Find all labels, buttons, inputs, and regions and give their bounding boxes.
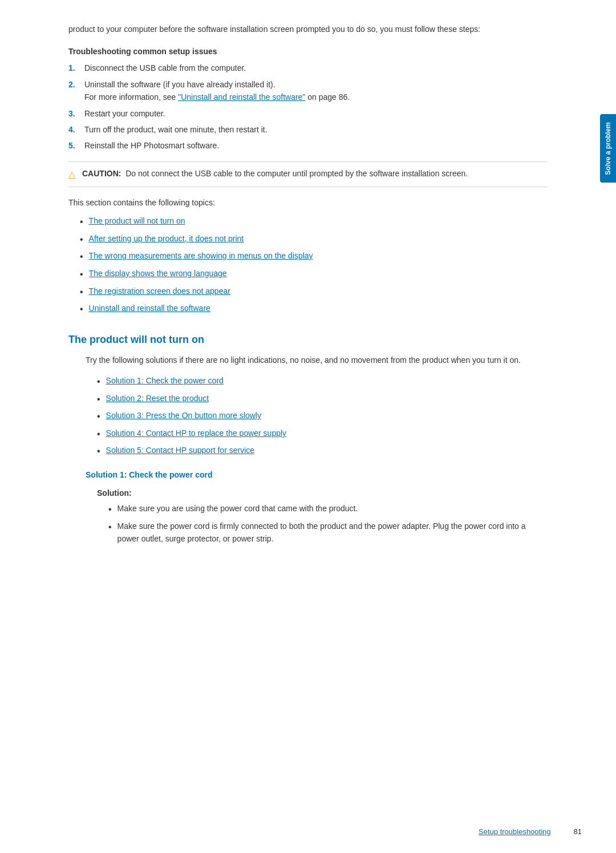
solution-item-5: Solution 5: Contact HP support for servi… <box>97 444 548 459</box>
step-1: 1. Disconnect the USB cable from the com… <box>68 62 548 74</box>
topics-intro: This section contains the following topi… <box>68 196 548 209</box>
caution-triangle-icon: △ <box>68 169 75 180</box>
step-2: 2. Uninstall the software (if you have a… <box>68 78 548 104</box>
solution-link-1[interactable]: Solution 1: Check the power cord <box>106 374 224 387</box>
solution-link-3[interactable]: Solution 3: Press the On button more slo… <box>106 409 261 422</box>
topic-link-4[interactable]: The display shows the wrong language <box>89 267 227 280</box>
topic-3: The wrong measurements are showing in me… <box>80 249 548 264</box>
uninstall-link-inline[interactable]: "Uninstall and reinstall the software" <box>178 92 305 102</box>
caution-label: CAUTION: <box>82 169 121 178</box>
caution-text: CAUTION: Do not connect the USB cable to… <box>82 169 468 178</box>
solution1-bullet-2-text: Make sure the power cord is firmly conne… <box>117 520 548 545</box>
solution-link-4[interactable]: Solution 4: Contact HP to replace the po… <box>106 427 286 439</box>
step-2-content: Uninstall the software (if you have alre… <box>84 78 350 104</box>
setup-steps-list: 1. Disconnect the USB cable from the com… <box>68 62 548 152</box>
product-wont-turn-on-section: Try the following solutions if there are… <box>68 354 548 545</box>
step-4-text: Turn off the product, wait one minute, t… <box>84 123 268 136</box>
step-1-num: 1. <box>68 62 82 74</box>
page-container: product to your computer before the soft… <box>0 0 616 853</box>
solution1-content: Solution: Make sure you are using the po… <box>86 488 548 545</box>
step-3: 3. Restart your computer. <box>68 107 548 120</box>
solution-item-4: Solution 4: Contact HP to replace the po… <box>97 427 548 442</box>
solution1-bullets: Make sure you are using the power cord t… <box>97 502 548 545</box>
intro-paragraph: product to your computer before the soft… <box>68 23 548 35</box>
footer: Setup troubleshooting 81 <box>479 827 582 836</box>
solution-item-2: Solution 2: Reset the product <box>97 392 548 407</box>
step-5-num: 5. <box>68 139 82 152</box>
troubleshooting-heading: Troubleshooting common setup issues <box>68 47 548 56</box>
caution-body: Do not connect the USB cable to the comp… <box>125 169 468 178</box>
product-wont-turn-on-title: The product will not turn on <box>68 334 548 346</box>
product-wont-turn-on-desc: Try the following solutions if there are… <box>86 354 548 366</box>
step-3-num: 3. <box>68 107 82 120</box>
caution-box: △ CAUTION: Do not connect the USB cable … <box>68 161 548 187</box>
step-5-text: Reinstall the HP Photosmart software. <box>84 139 219 152</box>
topic-4: The display shows the wrong language <box>80 267 548 282</box>
topic-link-1[interactable]: The product will not turn on <box>89 215 185 227</box>
topics-list: The product will not turn on After setti… <box>68 215 548 317</box>
step-4-num: 4. <box>68 123 82 136</box>
solution-link-5[interactable]: Solution 5: Contact HP support for servi… <box>106 444 254 456</box>
topic-link-6[interactable]: Uninstall and reinstall the software <box>89 302 210 314</box>
footer-page-number: 81 <box>574 827 582 836</box>
topic-1: The product will not turn on <box>80 215 548 229</box>
step-2-num: 2. <box>68 78 82 104</box>
side-tab-label: Solve a problem <box>604 122 612 175</box>
topic-2: After setting up the product, it does no… <box>80 232 548 247</box>
solution1-label: Solution: <box>97 488 548 498</box>
solution-item-3: Solution 3: Press the On button more slo… <box>97 409 548 424</box>
solution-item-1: Solution 1: Check the power cord <box>97 374 548 389</box>
step-4: 4. Turn off the product, wait one minute… <box>68 123 548 136</box>
solution1-bullet-1-text: Make sure you are using the power cord t… <box>117 502 358 515</box>
step-1-text: Disconnect the USB cable from the comput… <box>84 62 246 74</box>
topic-link-5[interactable]: The registration screen does not appear <box>89 285 230 297</box>
topic-link-2[interactable]: After setting up the product, it does no… <box>89 232 244 245</box>
solution1-bullet-2: Make sure the power cord is firmly conne… <box>108 520 548 545</box>
solutions-list: Solution 1: Check the power cord Solutio… <box>86 374 548 459</box>
solution-link-2[interactable]: Solution 2: Reset the product <box>106 392 209 405</box>
solution1-bullet-1: Make sure you are using the power cord t… <box>108 502 548 517</box>
solution1-title: Solution 1: Check the power cord <box>86 470 548 479</box>
main-content: product to your computer before the soft… <box>0 0 582 853</box>
step-3-text: Restart your computer. <box>84 107 165 120</box>
footer-link[interactable]: Setup troubleshooting <box>479 827 550 836</box>
step-5: 5. Reinstall the HP Photosmart software. <box>68 139 548 152</box>
topic-link-3[interactable]: The wrong measurements are showing in me… <box>89 249 313 262</box>
topic-5: The registration screen does not appear <box>80 285 548 300</box>
side-tab: Solve a problem <box>600 114 616 183</box>
topic-6: Uninstall and reinstall the software <box>80 302 548 317</box>
